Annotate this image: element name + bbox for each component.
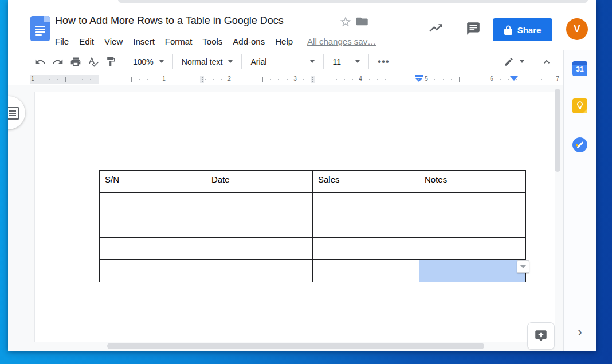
more-toolbar-options-button[interactable]: •••	[373, 53, 394, 70]
menu-insert[interactable]: Insert	[128, 37, 160, 46]
vertical-scrollbar[interactable]	[555, 89, 560, 172]
ruler: 11234567	[8, 74, 563, 85]
google-tasks-icon[interactable]	[572, 137, 587, 152]
table-cell[interactable]	[100, 238, 206, 260]
collapse-toolbar-button[interactable]	[538, 53, 555, 70]
paint-format-button[interactable]	[102, 53, 120, 70]
table-cell[interactable]	[206, 193, 313, 215]
table-cell[interactable]	[313, 215, 419, 238]
ruler-tick	[172, 79, 172, 80]
ruler-number: 1	[30, 76, 36, 82]
first-line-indent-marker[interactable]	[415, 75, 423, 77]
document-canvas: S/NDateSalesNotes	[8, 85, 563, 342]
ruler-tick	[312, 79, 312, 80]
menu-view[interactable]: View	[99, 37, 128, 46]
table-row	[100, 238, 526, 260]
chevron-down-icon	[520, 265, 526, 268]
table-cell[interactable]	[206, 260, 313, 282]
star-icon[interactable]	[339, 15, 352, 28]
table-cell[interactable]	[313, 260, 419, 282]
google-docs-logo-icon[interactable]	[30, 16, 50, 41]
table-row	[100, 215, 526, 238]
google-calendar-icon[interactable]: 31	[572, 61, 587, 76]
ruler-tick	[262, 77, 263, 82]
document-page[interactable]: S/NDateSalesNotes	[34, 92, 555, 342]
browser-window: How to Add More Rows to a Table in Googl…	[8, 0, 596, 351]
table-cell[interactable]	[100, 260, 206, 282]
lock-icon	[504, 25, 512, 35]
ruler-tick	[49, 79, 50, 80]
ruler-tick	[254, 79, 254, 80]
menu-tools[interactable]: Tools	[197, 37, 227, 46]
chevron-down-icon	[159, 60, 164, 63]
menu-edit[interactable]: Edit	[74, 37, 99, 46]
menu-format[interactable]: Format	[160, 37, 198, 46]
table-header-cell[interactable]: Sales	[313, 171, 419, 193]
document-title[interactable]: How to Add More Rows to a Table in Googl…	[55, 15, 284, 27]
horizontal-scrollbar[interactable]	[107, 343, 484, 349]
ruler-tick	[287, 79, 288, 80]
table-header-cell[interactable]: Date	[206, 171, 313, 193]
collapse-side-panel-button[interactable]: ›	[564, 325, 596, 339]
google-keep-icon[interactable]	[572, 98, 587, 113]
share-button[interactable]: Share	[493, 18, 552, 41]
ruler-tick	[336, 79, 337, 80]
ruler-tick	[139, 79, 140, 80]
ruler-number: 7	[555, 76, 560, 82]
ruler-number: 5	[423, 76, 429, 82]
undo-button[interactable]	[31, 53, 49, 70]
zoom-select[interactable]: 100%	[128, 54, 168, 69]
ruler-tick	[303, 79, 304, 80]
explore-icon	[533, 329, 548, 343]
ruler-tick	[57, 79, 58, 80]
menu-help[interactable]: Help	[270, 37, 298, 46]
explore-button[interactable]	[527, 322, 555, 350]
ruler-tick	[131, 77, 132, 82]
print-button[interactable]	[66, 53, 84, 70]
table-cell[interactable]	[313, 193, 419, 215]
menu-file[interactable]: File	[50, 37, 74, 46]
table-header-cell[interactable]: Notes	[419, 171, 526, 193]
table-cell[interactable]	[419, 238, 526, 260]
table-cell[interactable]	[100, 215, 206, 238]
table-cell[interactable]	[100, 193, 206, 215]
table-header-cell[interactable]: S/N	[100, 171, 206, 193]
table-header-row: S/NDateSalesNotes	[100, 171, 526, 193]
table-cell[interactable]	[419, 215, 526, 238]
chevron-down-icon	[228, 60, 233, 63]
paragraph-style-select[interactable]: Normal text	[177, 54, 238, 69]
pencil-icon	[504, 57, 514, 67]
desktop: How to Add More Rows to a Table in Googl…	[0, 0, 612, 364]
table-cell[interactable]	[419, 193, 526, 215]
ruler-tick	[476, 79, 476, 80]
share-label: Share	[517, 25, 542, 35]
menu-addons[interactable]: Add-ons	[227, 37, 270, 46]
font-size-select[interactable]: 11	[328, 54, 364, 69]
table-cell[interactable]	[206, 238, 313, 260]
ruler-tick	[270, 79, 271, 80]
move-folder-icon[interactable]	[356, 17, 368, 26]
table-cell[interactable]	[313, 238, 419, 260]
ruler-tick	[516, 79, 517, 80]
ruler-tick	[533, 79, 533, 80]
ruler-tick	[508, 79, 509, 80]
spell-check-button[interactable]	[84, 53, 102, 70]
selected-table-cell[interactable]	[419, 260, 526, 282]
ruler-number: 1	[161, 76, 167, 82]
table-cell[interactable]	[206, 215, 313, 238]
table-column-grip[interactable]	[200, 76, 204, 83]
ruler-tick	[246, 79, 246, 80]
account-avatar[interactable]: V	[566, 18, 588, 40]
insights-icon[interactable]	[428, 22, 444, 35]
redo-button[interactable]	[49, 53, 66, 70]
left-indent-marker[interactable]	[415, 75, 423, 82]
menu-bar: File Edit View Insert Format Tools Add-o…	[50, 34, 376, 48]
ruler-tick	[550, 79, 550, 80]
save-status[interactable]: All changes sav…	[307, 37, 376, 46]
editing-mode-select[interactable]	[499, 54, 529, 69]
font-select[interactable]: Arial	[246, 54, 319, 69]
omnibox-bottom-edge	[118, 0, 588, 3]
ruler-strip: 11234567	[30, 75, 558, 84]
comment-icon[interactable]	[466, 21, 481, 36]
cell-dropdown-button[interactable]	[517, 260, 529, 273]
